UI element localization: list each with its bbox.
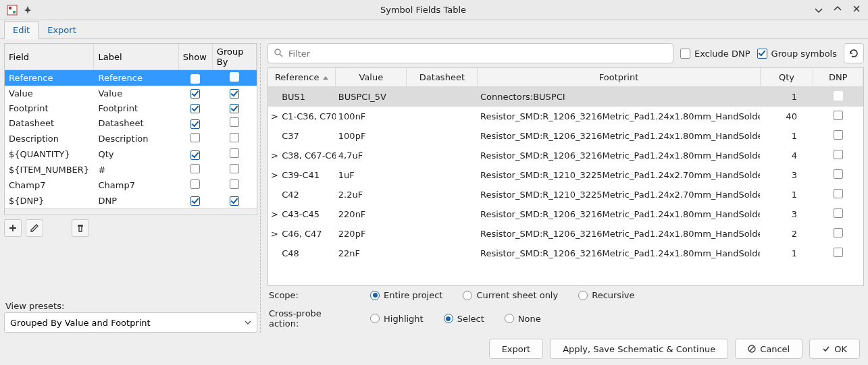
grid-cell-value[interactable]: BUSPCI_5V	[336, 87, 407, 107]
grid-cell-footprint[interactable]: Resistor_SMD:R_1210_3225Metric_Pad1.24x2…	[478, 165, 760, 185]
grid-cell-reference[interactable]: > C1-C36, C70-C71	[268, 107, 336, 126]
delete-field-button[interactable]	[72, 219, 89, 237]
radio-icon[interactable]	[370, 291, 380, 300]
grid-cell-reference[interactable]: C42	[268, 185, 336, 204]
grid-cell-qty[interactable]: 3	[760, 165, 813, 185]
grid-cell-value[interactable]: 220pF	[336, 224, 407, 244]
field-cell-label[interactable]: Footprint	[94, 101, 178, 115]
radio-icon[interactable]	[370, 314, 380, 323]
field-row[interactable]: ${QUANTITY}Qty	[5, 146, 257, 162]
show-checkbox[interactable]	[190, 196, 200, 206]
grid-cell-datasheet[interactable]	[407, 107, 478, 126]
grid-cell-reference[interactable]: > C46, C47	[268, 224, 336, 244]
grid-cell-datasheet[interactable]	[407, 224, 478, 244]
show-checkbox[interactable]	[190, 133, 200, 142]
grid-cell-reference[interactable]: BUS1	[268, 87, 336, 107]
close-button[interactable]	[852, 4, 861, 16]
field-cell-name[interactable]: Description	[5, 131, 94, 146]
grid-row[interactable]: C422.2uFResistor_SMD:R_1210_3225Metric_P…	[268, 185, 863, 204]
view-presets-combo[interactable]: Grouped By Value and Footprint	[4, 312, 257, 333]
show-checkbox[interactable]	[190, 179, 200, 189]
field-cell-name[interactable]: Value	[5, 86, 94, 101]
field-header-field[interactable]: Field	[5, 44, 94, 70]
maximize-button[interactable]	[833, 4, 842, 16]
grid-cell-value[interactable]: 22nF	[336, 244, 407, 263]
crossprobe-option-select[interactable]: Select	[444, 314, 484, 324]
show-checkbox[interactable]	[190, 74, 200, 84]
export-button[interactable]: Export	[489, 339, 544, 359]
dnp-checkbox[interactable]	[834, 111, 843, 120]
exclude-dnp-checkbox[interactable]	[680, 49, 690, 59]
crossprobe-option-none[interactable]: None	[505, 314, 541, 324]
field-cell-label[interactable]: Reference	[94, 70, 178, 86]
radio-icon[interactable]	[505, 314, 514, 323]
scope-option-entire[interactable]: Entire project	[370, 290, 442, 300]
radio-icon[interactable]	[444, 314, 453, 323]
grid-cell-reference[interactable]: > C43-C45	[268, 204, 336, 224]
grid-cell-qty[interactable]: 4	[760, 146, 813, 165]
edit-field-button[interactable]	[26, 219, 43, 237]
add-field-button[interactable]	[4, 219, 22, 237]
apply-button[interactable]: Apply, Save Schematic & Continue	[550, 339, 728, 359]
field-cell-label[interactable]: Datasheet	[94, 115, 178, 131]
field-table[interactable]: Field Label Show Group By ReferenceRefer…	[4, 43, 257, 215]
field-cell-name[interactable]: ${QUANTITY}	[5, 146, 94, 162]
grid-cell-datasheet[interactable]	[407, 185, 478, 204]
grid-header-dnp[interactable]: DNP	[813, 68, 863, 87]
pin-icon[interactable]	[23, 5, 32, 15]
grid-cell-value[interactable]: 2.2uF	[336, 185, 407, 204]
show-checkbox[interactable]	[190, 104, 200, 113]
grid-cell-footprint[interactable]: Resistor_SMD:R_1206_3216Metric_Pad1.24x1…	[478, 107, 760, 126]
dnp-checkbox[interactable]	[834, 91, 843, 101]
dnp-checkbox[interactable]	[834, 228, 843, 237]
filter-text[interactable]	[287, 48, 667, 59]
grid-cell-value[interactable]: 220nF	[336, 204, 407, 224]
grid-cell-qty[interactable]: 40	[760, 107, 813, 126]
exclude-dnp-option[interactable]: Exclude DNP	[680, 49, 750, 59]
grid-row[interactable]: > C39-C411uFResistor_SMD:R_1210_3225Metr…	[268, 165, 863, 185]
grid-cell-qty[interactable]: 1	[760, 87, 813, 107]
group-symbols-checkbox[interactable]	[757, 49, 767, 59]
grid-cell-value[interactable]: 4,7uF	[336, 146, 407, 165]
field-cell-name[interactable]: Champ7	[5, 177, 94, 193]
tab-edit[interactable]: Edit	[4, 21, 39, 39]
grid-cell-reference[interactable]: > C39-C41	[268, 165, 336, 185]
field-row[interactable]: ReferenceReference	[5, 70, 257, 86]
grid-cell-qty[interactable]: 1	[760, 126, 813, 146]
field-row[interactable]: ${DNP}DNP	[5, 193, 257, 208]
dnp-checkbox[interactable]	[834, 248, 843, 257]
field-header-groupby[interactable]: Group By	[212, 44, 256, 70]
show-checkbox[interactable]	[190, 119, 200, 129]
grid-row[interactable]: C37100pFResistor_SMD:R_1206_3216Metric_P…	[268, 126, 863, 146]
grid-header-footprint[interactable]: Footprint	[478, 68, 760, 87]
field-row[interactable]: DatasheetDatasheet	[5, 115, 257, 131]
grid-cell-datasheet[interactable]	[407, 87, 478, 107]
scope-option-recursive[interactable]: Recursive	[578, 290, 634, 300]
field-cell-name[interactable]: Reference	[5, 70, 94, 86]
dnp-checkbox[interactable]	[834, 169, 843, 179]
filter-input[interactable]	[267, 43, 673, 63]
grid-row[interactable]: > C1-C36, C70-C71100nFResistor_SMD:R_120…	[268, 107, 863, 126]
show-checkbox[interactable]	[190, 150, 200, 160]
cancel-button[interactable]: Cancel	[735, 339, 802, 359]
grid-row[interactable]: C4822nFResistor_SMD:R_1206_3216Metric_Pa…	[268, 244, 863, 263]
tab-export[interactable]: Export	[39, 21, 85, 38]
field-header-show[interactable]: Show	[178, 44, 212, 70]
grid-cell-footprint[interactable]: Resistor_SMD:R_1206_3216Metric_Pad1.24x1…	[478, 224, 760, 244]
field-row[interactable]: ValueValue	[5, 86, 257, 101]
grid-cell-footprint[interactable]: Connectors:BUSPCI	[478, 87, 760, 107]
grid-row[interactable]: BUS1BUSPCI_5VConnectors:BUSPCI1	[268, 87, 863, 107]
grid-cell-reference[interactable]: > C38, C67-C69	[268, 146, 336, 165]
field-cell-label[interactable]: Value	[94, 86, 178, 101]
grid-header-qty[interactable]: Qty	[760, 68, 813, 87]
grid-cell-qty[interactable]: 3	[760, 204, 813, 224]
groupby-checkbox[interactable]	[230, 133, 239, 142]
horizontal-scrollbar[interactable]	[5, 208, 257, 215]
grid-cell-datasheet[interactable]	[407, 146, 478, 165]
grid-cell-qty[interactable]: 1	[760, 185, 813, 204]
grid-cell-qty[interactable]: 2	[760, 224, 813, 244]
minimize-button[interactable]	[814, 4, 823, 16]
grid-header-value[interactable]: Value	[336, 68, 407, 87]
radio-icon[interactable]	[578, 291, 588, 300]
dnp-checkbox[interactable]	[834, 189, 843, 198]
